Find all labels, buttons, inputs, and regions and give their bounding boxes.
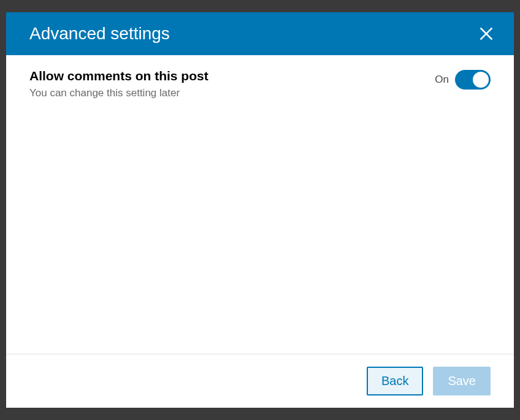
allow-comments-title: Allow comments on this post	[29, 69, 435, 83]
save-button[interactable]: Save	[433, 367, 491, 395]
back-button[interactable]: Back	[367, 367, 423, 395]
toggle-group: On	[435, 70, 491, 90]
allow-comments-setting: Allow comments on this post You can chan…	[29, 69, 491, 99]
modal-header: Advanced settings	[6, 12, 514, 55]
advanced-settings-modal: Advanced settings Allow comments on this…	[6, 12, 514, 408]
close-button[interactable]	[476, 23, 497, 44]
modal-footer: Back Save	[6, 354, 514, 408]
setting-text: Allow comments on this post You can chan…	[29, 69, 435, 99]
allow-comments-subtitle: You can change this setting later	[29, 87, 435, 99]
toggle-state-label: On	[435, 74, 449, 86]
close-icon	[478, 26, 494, 42]
allow-comments-toggle[interactable]	[455, 70, 491, 90]
modal-body: Allow comments on this post You can chan…	[6, 55, 514, 354]
modal-title: Advanced settings	[29, 24, 170, 44]
toggle-knob	[473, 72, 489, 88]
